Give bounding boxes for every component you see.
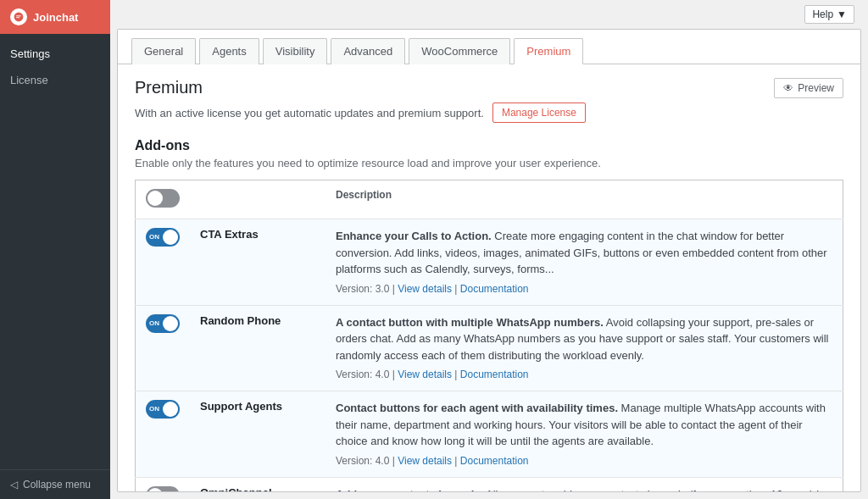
- addon-description: Add more contact channels. Allows you to…: [326, 477, 843, 492]
- table-row: Support AgentsContact buttons for each a…: [136, 391, 843, 478]
- tab-woocommerce[interactable]: WooCommerce: [409, 38, 510, 64]
- addon-description: Enhance your Calls to Action. Create mor…: [326, 219, 843, 306]
- collapse-icon: ◁: [10, 479, 18, 491]
- addon-toggle[interactable]: [146, 400, 180, 419]
- license-text: With an active license you get automatic…: [135, 107, 484, 119]
- addon-version: Version: 4.0 | View details | Documentat…: [336, 453, 832, 469]
- table-row: OmniChannelAdd more contact channels. Al…: [136, 477, 843, 492]
- addon-toggle[interactable]: [146, 486, 180, 493]
- addon-toggle-cell[interactable]: [136, 180, 191, 219]
- sidebar-brand[interactable]: Joinchat: [0, 0, 110, 34]
- table-row: Description: [136, 180, 843, 219]
- addon-documentation[interactable]: Documentation: [460, 369, 529, 380]
- addon-description: Contact buttons for each agent with avai…: [326, 391, 843, 478]
- addon-name: Random Phone: [190, 305, 326, 391]
- addons-section-desc: Enable only the features you need to opt…: [135, 157, 843, 169]
- sidebar: Joinchat Settings License ◁ Collapse men…: [0, 0, 110, 499]
- preview-button[interactable]: 👁 Preview: [774, 78, 843, 98]
- table-row: Random PhoneA contact button with multip…: [136, 305, 843, 391]
- addon-header-desc-label: Description: [326, 180, 843, 219]
- addon-header-toggle-label: [190, 180, 326, 219]
- main-content: Help ▼ General Agents Visibility Advance…: [110, 0, 868, 499]
- help-button[interactable]: Help ▼: [804, 5, 854, 24]
- preview-icon: 👁: [783, 82, 793, 94]
- sidebar-nav: Settings License: [0, 34, 110, 469]
- addon-toggle-cell[interactable]: [136, 219, 191, 306]
- addons-section-title: Add-ons: [135, 138, 843, 153]
- addon-name: OmniChannel: [190, 477, 326, 492]
- sidebar-bottom: ◁ Collapse menu: [0, 469, 110, 499]
- addon-version: Version: 3.0 | View details | Documentat…: [336, 281, 832, 297]
- page-title: Premium: [135, 78, 203, 97]
- joinchat-icon: [10, 8, 27, 25]
- addon-view-details[interactable]: View details: [398, 283, 452, 295]
- tab-general[interactable]: General: [131, 38, 196, 64]
- addon-toggle[interactable]: [146, 228, 180, 247]
- addon-toggle[interactable]: [146, 189, 180, 208]
- addon-view-details[interactable]: View details: [398, 455, 452, 467]
- page-body: Premium 👁 Preview With an active license…: [118, 64, 860, 492]
- tab-visibility[interactable]: Visibility: [263, 38, 328, 64]
- manage-license-button[interactable]: Manage License: [492, 103, 586, 123]
- tab-premium[interactable]: Premium: [514, 38, 583, 64]
- addons-table: DescriptionCTA ExtrasEnhance your Calls …: [135, 180, 843, 492]
- collapse-label: Collapse menu: [23, 479, 91, 491]
- svg-point-0: [14, 13, 24, 22]
- tab-agents[interactable]: Agents: [199, 38, 259, 64]
- addon-description: A contact button with multiple WhatsApp …: [326, 305, 843, 391]
- addon-toggle[interactable]: [146, 314, 180, 333]
- tabs-bar: General Agents Visibility Advanced WooCo…: [118, 30, 860, 64]
- addon-documentation[interactable]: Documentation: [460, 455, 529, 467]
- content-area: General Agents Visibility Advanced WooCo…: [117, 29, 861, 492]
- addon-toggle-cell[interactable]: [136, 305, 191, 391]
- addon-name: Support Agents: [190, 391, 326, 478]
- license-row: With an active license you get automatic…: [135, 103, 843, 123]
- addon-documentation[interactable]: Documentation: [460, 283, 529, 295]
- addon-view-details[interactable]: View details: [398, 369, 452, 380]
- addon-toggle-cell[interactable]: [136, 477, 191, 492]
- tab-advanced[interactable]: Advanced: [331, 38, 405, 64]
- help-chevron-icon: ▼: [837, 8, 847, 20]
- sidebar-item-settings[interactable]: Settings: [0, 41, 110, 67]
- addon-toggle-cell[interactable]: [136, 391, 191, 478]
- top-bar: Help ▼: [110, 0, 868, 29]
- addon-name: CTA Extras: [190, 219, 326, 306]
- table-row: CTA ExtrasEnhance your Calls to Action. …: [136, 219, 843, 306]
- brand-label: Joinchat: [33, 11, 78, 24]
- collapse-menu-button[interactable]: ◁ Collapse menu: [10, 479, 100, 491]
- addon-version: Version: 4.0 | View details | Documentat…: [336, 367, 832, 382]
- sidebar-item-license[interactable]: License: [0, 67, 110, 93]
